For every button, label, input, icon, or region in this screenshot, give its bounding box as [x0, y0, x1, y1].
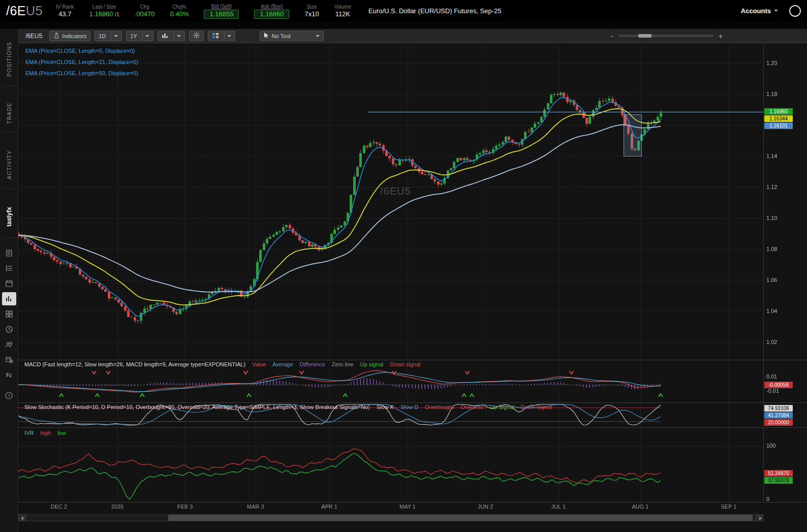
- svg-text:?: ?: [8, 393, 10, 398]
- accounts-button[interactable]: Accounts: [741, 7, 778, 15]
- ivr-high-value-box: 51.34870: [764, 470, 793, 477]
- last-price-value: 1.16860: [89, 10, 113, 18]
- chart-watermark: /6EU5: [380, 185, 411, 197]
- ivr-study-label[interactable]: IVR high low: [24, 430, 71, 436]
- iv-rank-value: 43.7: [56, 10, 74, 18]
- calendar-icon[interactable]: [2, 277, 16, 290]
- notes-icon[interactable]: [2, 246, 16, 260]
- bid-button[interactable]: 1.16855: [204, 10, 239, 19]
- scrollbar-track[interactable]: [25, 514, 756, 521]
- left-sidebar: POSITIONS TRADE ACTIVITY tastyfx Fz ?: [0, 29, 18, 532]
- chevron-down-icon: [774, 10, 778, 12]
- macd-axis-label: 0.01: [766, 373, 777, 380]
- help-icon[interactable]: ?: [2, 389, 16, 402]
- gear-icon: [193, 32, 200, 40]
- field-volume: Volume 112K: [334, 4, 351, 18]
- chevron-down-icon: [145, 35, 149, 37]
- chevron-down-icon: [177, 35, 181, 37]
- stoch-k-value-box: 74.93106: [764, 405, 793, 412]
- ivr-low-value-box: 37.95978: [764, 477, 793, 484]
- last-price-box: 1.16860: [764, 108, 793, 115]
- volume-value: 112K: [334, 10, 351, 18]
- fx-icon[interactable]: Fz: [2, 368, 16, 382]
- field-ask: Ask (Buy) 1.16860: [254, 3, 289, 19]
- zoom-control: - +: [610, 32, 723, 40]
- layout-select[interactable]: [208, 31, 235, 41]
- chart-icon[interactable]: [2, 292, 16, 305]
- layout-grid-icon: [212, 33, 219, 40]
- zoom-out-button[interactable]: -: [610, 32, 613, 40]
- contacts-icon[interactable]: [2, 338, 16, 351]
- symbol-title: /6EU5: [6, 4, 43, 18]
- study-label-ema50[interactable]: EMA (Price=CLOSE, Length=50, Displace=0): [25, 68, 138, 79]
- change-value: .00470: [135, 10, 155, 18]
- size-value: 7x10: [304, 10, 319, 18]
- stoch-d-value-box: 41.37084: [764, 412, 793, 419]
- scroll-left-button[interactable]: [18, 514, 25, 521]
- chevron-down-icon: [316, 35, 320, 37]
- account-status-icon[interactable]: [789, 5, 801, 17]
- symbol-month-code: U5: [26, 4, 43, 18]
- field-chg: Chg .00470: [135, 4, 155, 18]
- sidebar-tab-activity[interactable]: ACTIVITY: [0, 144, 18, 185]
- zoom-slider-handle[interactable]: [638, 34, 651, 38]
- chevron-down-icon: [114, 35, 118, 37]
- change-pct-value: 0.40%: [170, 10, 189, 18]
- ask-button[interactable]: 1.16860: [254, 10, 289, 19]
- history-icon[interactable]: [2, 323, 16, 336]
- symbol-root: /6E: [6, 4, 26, 18]
- events-icon[interactable]: [2, 353, 16, 366]
- sidebar-tab-trade[interactable]: TRADE: [0, 98, 18, 129]
- scroll-right-button[interactable]: [756, 514, 763, 521]
- chart-area: EMA (Price=CLOSE, Length=5, Displace=0) …: [18, 43, 807, 532]
- bar-chart-icon: [162, 33, 169, 40]
- ema21-value-box: 1.16344: [764, 115, 793, 122]
- macd-axis-label: -0.01: [766, 388, 779, 394]
- scrollbar-thumb[interactable]: [168, 515, 753, 521]
- cursor-icon: [264, 32, 269, 40]
- field-size: Size 7x10: [304, 4, 319, 18]
- field-chg-pct: Chg% 0.40%: [170, 4, 189, 18]
- last-size-value: /1: [113, 11, 119, 17]
- drawing-tool-select[interactable]: No Tool: [260, 31, 324, 41]
- timeframe-select[interactable]: 1D: [95, 31, 122, 41]
- range-select[interactable]: 1Y: [126, 31, 153, 41]
- ema50-value-box: 1.16101: [764, 122, 793, 129]
- sidebar-tab-tastyfx[interactable]: tastyfx: [0, 199, 18, 235]
- header-bar: /6EU5 IV Rank 43.7 Last / Size 1.16860 /…: [0, 0, 807, 21]
- grid-icon[interactable]: [2, 307, 16, 321]
- field-last-size: Last / Size 1.16860 /1: [89, 4, 119, 18]
- field-iv-rank: IV Rank 43.7: [56, 4, 74, 18]
- macd-study-label[interactable]: MACD (Fast length=12, Slow length=26, MA…: [24, 361, 426, 367]
- ivr-axis-label: 100: [766, 443, 775, 449]
- watchlist-icon[interactable]: [2, 262, 16, 275]
- macd-value-box: -0.00058: [764, 382, 793, 388]
- price-chart-canvas[interactable]: [18, 43, 807, 532]
- indicators-button[interactable]: Indicators: [49, 31, 90, 41]
- symbol-input[interactable]: /6EU5: [25, 33, 42, 40]
- study-label-ema5[interactable]: EMA (Price=CLOSE, Length=5, Displace=0): [25, 45, 138, 56]
- chart-toolbar: /6EU5 Indicators 1D 1Y No Tool - +: [18, 29, 807, 43]
- stochastic-study-label[interactable]: Slow Stochastic (K Period=10, D Period=1…: [24, 404, 557, 410]
- chevron-down-icon: [227, 35, 231, 37]
- settings-button[interactable]: [189, 31, 204, 41]
- study-label-ema21[interactable]: EMA (Price=CLOSE, Length=21, Displace=0): [25, 56, 138, 68]
- contract-description: Euro/U.S. Dollar (EUR/USD) Futures, Sep-…: [368, 7, 502, 15]
- header-divider: [0, 21, 807, 29]
- field-bid: Bid (Sell) 1.16855: [204, 3, 239, 19]
- chart-type-select[interactable]: [158, 31, 185, 41]
- flask-icon: [53, 33, 59, 40]
- stoch-oversold-value-box: 20.00000: [764, 419, 793, 426]
- zoom-in-button[interactable]: +: [719, 32, 723, 40]
- ivr-axis-label: 0: [766, 496, 769, 502]
- horizontal-scrollbar[interactable]: [18, 514, 763, 521]
- study-labels: EMA (Price=CLOSE, Length=5, Displace=0) …: [25, 45, 138, 79]
- zoom-slider[interactable]: [618, 35, 713, 37]
- sidebar-tab-positions[interactable]: POSITIONS: [0, 36, 18, 83]
